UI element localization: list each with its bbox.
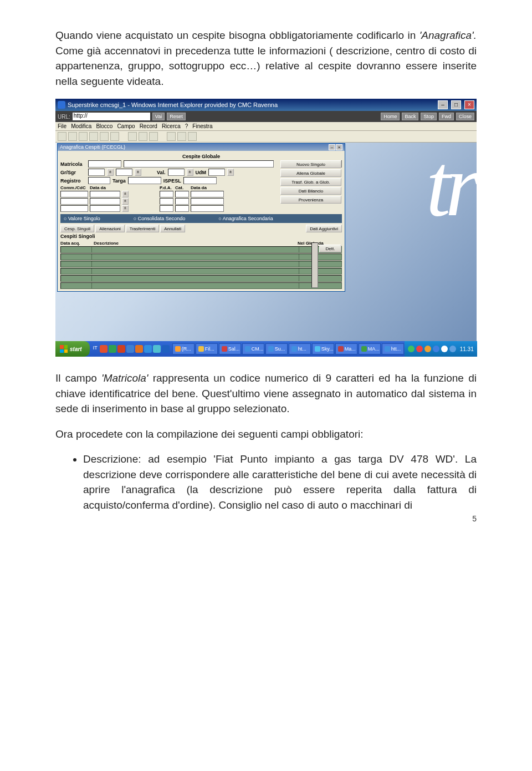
taskbar-item[interactable]: MA...: [359, 343, 381, 354]
quick-launch-icon[interactable]: [153, 345, 161, 353]
toolbar-icon[interactable]: [89, 132, 98, 141]
tray-icon[interactable]: [416, 346, 423, 352]
btn-nuovo-singolo[interactable]: Nuovo Singolo: [280, 160, 341, 168]
toolbar-icon[interactable]: [139, 132, 147, 141]
grid-cell[interactable]: [160, 198, 173, 205]
dropdown-gr[interactable]: ±: [107, 169, 114, 176]
input-ispesl[interactable]: [183, 177, 217, 184]
grid-cell[interactable]: [175, 198, 189, 205]
scrollbar[interactable]: [311, 242, 318, 288]
quick-launch-icon[interactable]: [162, 345, 170, 353]
quick-launch-icon[interactable]: [117, 345, 125, 353]
taskbar-item[interactable]: Ma...: [335, 343, 357, 354]
btn-trasf-glob[interactable]: Trasf. Glob. a Glob.: [280, 178, 341, 186]
taskbar-item[interactable]: htt...: [382, 343, 404, 354]
menu-blocco[interactable]: Blocco: [96, 123, 112, 129]
radio-valore-singolo[interactable]: Valore Singolo: [64, 216, 100, 221]
grid-cell[interactable]: [90, 198, 120, 205]
tab-dati-aggiuntivi[interactable]: Dati Aggiuntivi: [306, 225, 342, 232]
taskbar-item[interactable]: Sky...: [312, 343, 334, 354]
subwindow-title[interactable]: Anagrafica Cespiti (FCECGL) – ×: [58, 144, 345, 151]
nav-back[interactable]: Back: [402, 113, 418, 120]
grid-dropdown[interactable]: ±: [122, 205, 129, 212]
toolbar-icon[interactable]: [100, 132, 109, 141]
table-row[interactable]: [60, 261, 342, 267]
reset-button[interactable]: Reset: [167, 113, 186, 120]
quick-launch-icon[interactable]: [126, 345, 134, 353]
nav-home[interactable]: Home: [381, 113, 400, 120]
grid-cell[interactable]: [60, 205, 88, 212]
subwin-minimize[interactable]: –: [329, 144, 335, 150]
toolbar-icon[interactable]: [177, 132, 186, 141]
menu-modifica[interactable]: Modifica: [71, 123, 91, 129]
tray-icon[interactable]: [433, 346, 439, 352]
input-val[interactable]: [168, 169, 185, 176]
tray-icon[interactable]: [424, 346, 431, 352]
tab-alienazioni[interactable]: Alienazioni: [95, 225, 125, 232]
toolbar-icon[interactable]: [110, 132, 119, 141]
grid-cell[interactable]: [191, 191, 224, 197]
quick-launch-icon[interactable]: [100, 345, 108, 353]
taskbar-item[interactable]: Sal...: [219, 343, 241, 354]
menu-finestra[interactable]: Finestra: [192, 123, 212, 129]
table-row[interactable]: [60, 275, 342, 282]
input-registro[interactable]: [88, 177, 110, 184]
btn-dett[interactable]: Dett.: [319, 245, 341, 252]
input-sgr[interactable]: [116, 169, 132, 176]
tab-annullati[interactable]: Annullati: [160, 225, 185, 232]
menu-help[interactable]: ?: [185, 123, 188, 129]
minimize-button[interactable]: –: [438, 100, 448, 109]
quick-launch-icon[interactable]: [144, 345, 152, 353]
menu-file[interactable]: File: [58, 123, 66, 129]
quick-launch-icon[interactable]: [109, 345, 116, 353]
table-row[interactable]: [60, 268, 342, 275]
grid-cell[interactable]: [90, 191, 120, 197]
tab-trasferimenti[interactable]: Trasferimenti: [126, 225, 159, 232]
grid-cell[interactable]: [60, 191, 88, 197]
toolbar-icon[interactable]: [149, 132, 158, 141]
menu-ricerca[interactable]: Ricerca: [162, 123, 181, 129]
dropdown-udm[interactable]: ±: [227, 169, 234, 176]
nav-stop[interactable]: Stop: [421, 113, 437, 120]
btn-provenienza[interactable]: Provenienza: [280, 196, 341, 204]
toolbar-icon[interactable]: [58, 132, 66, 141]
taskbar-item[interactable]: ht...: [289, 343, 311, 354]
app-menubar[interactable]: File Modifica Blocco Campo Record Ricerc…: [55, 122, 477, 131]
toolbar-icon[interactable]: [79, 132, 88, 141]
clock[interactable]: 11.31: [460, 346, 474, 352]
radio-anagrafica-sec[interactable]: Anagrafica Secondaria: [218, 216, 273, 221]
toolbar-icon[interactable]: [68, 132, 77, 141]
table-row[interactable]: [60, 282, 342, 289]
radio-consolidata[interactable]: Consolidata Secondo: [134, 216, 186, 221]
nav-fwd[interactable]: Fwd: [439, 113, 454, 120]
nav-close[interactable]: Close: [456, 113, 474, 120]
table-row[interactable]: [60, 246, 342, 253]
grid-cell[interactable]: [191, 205, 224, 212]
tab-cesp-singoli[interactable]: Cesp. Singoli: [60, 225, 94, 232]
btn-dati-bilancio[interactable]: Dati Bilancio: [280, 187, 341, 195]
url-input[interactable]: http://: [73, 113, 150, 120]
toolbar-icon[interactable]: [167, 132, 176, 141]
taskbar-item[interactable]: (R...: [172, 343, 195, 354]
menu-record[interactable]: Record: [140, 123, 157, 129]
toolbar-icon[interactable]: [188, 132, 197, 141]
grid-cell[interactable]: [191, 198, 224, 205]
subwin-close[interactable]: ×: [336, 144, 342, 150]
tray-icon[interactable]: [408, 346, 415, 352]
btn-aliena-globale[interactable]: Aliena Globale: [280, 169, 341, 177]
go-button[interactable]: Vai: [152, 113, 165, 120]
grid-cell[interactable]: [175, 191, 189, 197]
grid-cell[interactable]: [90, 205, 120, 212]
grid-dropdown[interactable]: ±: [122, 191, 129, 197]
input-udm[interactable]: [208, 169, 225, 176]
grid-cell[interactable]: [160, 191, 173, 197]
table-row[interactable]: [60, 253, 342, 260]
tray-icon[interactable]: [441, 346, 448, 352]
input-matricola[interactable]: [88, 160, 121, 168]
dropdown-val[interactable]: ±: [187, 169, 193, 176]
input-targa[interactable]: [128, 177, 161, 184]
grid-cell[interactable]: [160, 205, 173, 212]
lang-indicator[interactable]: IT: [92, 345, 99, 353]
taskbar-item[interactable]: Su...: [265, 343, 288, 354]
close-button[interactable]: ×: [464, 100, 474, 109]
